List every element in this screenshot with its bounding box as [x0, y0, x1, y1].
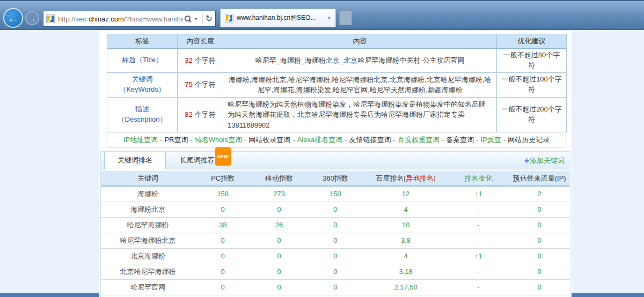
col-header-mobile-index: 移动指数 — [251, 171, 308, 186]
tab-favicon-icon — [225, 14, 233, 23]
value-cell: - — [448, 295, 509, 297]
keyword-cell: 哈尼罕天然海娜粉 — [101, 295, 195, 297]
value-cell: 0 — [509, 264, 570, 279]
keyword-cell: 北京海娜粉 — [101, 248, 195, 264]
back-button[interactable]: ← — [3, 8, 23, 28]
site-favicon-icon — [46, 14, 55, 23]
add-keyword-button[interactable]: +添加关键词 — [524, 152, 565, 169]
meta-content: 海娜粉,海娜粉北京,哈尼罕海娜粉,哈尼罕海娜粉北京,北京海娜粉,北京哈尼罕海娜粉… — [223, 72, 497, 97]
remote-rank-label: 异地排名 — [406, 174, 434, 182]
quick-link[interactable]: 备案查询 — [446, 136, 474, 144]
value-cell: ↑1 — [448, 186, 509, 202]
tab-title: www.hanihan.bj.cn的SEO... — [237, 13, 325, 23]
value-cell: 2,17,50 — [363, 279, 448, 295]
value-cell: 38 — [195, 217, 251, 233]
link-separator: - — [160, 136, 162, 144]
url-text[interactable]: http://seo.chinaz.com/?host=www.hanihan.… — [58, 15, 183, 23]
address-bar-divider — [202, 13, 203, 24]
quick-link[interactable]: 网站历史记录 — [508, 136, 550, 144]
browser-tab[interactable]: www.hanihan.bj.cn的SEO... × — [220, 9, 336, 27]
quick-link[interactable]: IP地址查询 — [123, 136, 158, 144]
keyword-cell: 哈尼罕海娜粉 — [101, 217, 195, 233]
value-cell: 0 — [308, 295, 364, 297]
value-cell: 0 — [251, 279, 308, 295]
table-row: 关键词 （KeyWords） 75个字符 海娜粉,海娜粉北京,哈尼罕海娜粉,哈尼… — [107, 72, 567, 97]
chevron-down-icon[interactable]: ▼ — [194, 17, 198, 21]
url-prefix: http://seo. — [58, 15, 89, 23]
value-cell: - — [448, 202, 509, 217]
table-row: 哈尼罕天然海娜粉0307-0 — [101, 295, 570, 297]
search-icon[interactable] — [184, 15, 192, 23]
value-cell: 0 — [308, 279, 364, 295]
table-row: 北京哈尼罕海娜粉0003,18-0 — [101, 264, 570, 279]
value-cell: 0 — [509, 248, 570, 264]
quick-link[interactable]: PR查询 — [164, 136, 188, 144]
value-cell: 273 — [251, 186, 308, 202]
value-cell: 0 — [509, 202, 570, 217]
quick-link[interactable]: IP反查 — [481, 136, 501, 144]
value-cell: 0 — [195, 295, 251, 297]
value-cell: - — [448, 264, 509, 279]
char-count: 32个字符 — [178, 49, 223, 73]
value-cell: 10 — [363, 217, 448, 233]
keyword-table-body: 海娜粉15827315012↑12海娜粉北京0004-0哈尼罕海娜粉382601… — [101, 186, 570, 297]
value-cell: 0 — [195, 279, 251, 295]
refresh-icon[interactable]: ↻ — [206, 14, 213, 23]
value-cell: 0 — [308, 248, 364, 264]
value-cell: - — [448, 279, 509, 295]
value-cell: 0 — [509, 217, 570, 233]
value-cell: 0 — [251, 264, 308, 279]
table-row: 哈尼罕海娜粉3826010-0 — [101, 217, 570, 233]
address-bar[interactable]: http://seo.chinaz.com/?host=www.hanihan.… — [43, 11, 216, 27]
char-count: 75个字符 — [178, 72, 223, 97]
plus-icon: + — [524, 156, 529, 165]
value-cell: 0 — [308, 264, 364, 279]
value-cell: 0 — [509, 279, 570, 295]
col-header-label: 标签 — [107, 34, 178, 49]
value-cell: 0 — [308, 233, 364, 248]
quick-link[interactable]: 友情链接查询 — [349, 136, 391, 144]
value-cell: 3,8 — [363, 233, 448, 248]
col-header-rank-change: 排名变化 — [448, 171, 509, 186]
meta-label-description-link[interactable]: 描述 （Description） — [118, 105, 166, 125]
quick-link[interactable]: 域名Whois查询 — [195, 136, 242, 144]
table-header-row: 关键词 PC指数 移动指数 360指数 百度排名[异地排名] 排名变化 预估带来… — [101, 171, 570, 186]
tab-longtail-suggest[interactable]: 长尾词推荐NEW — [168, 152, 226, 169]
keyword-cell: 哈尼罕官网 — [101, 279, 195, 295]
value-cell: 0 — [308, 202, 364, 217]
quick-link[interactable]: 百度权重查询 — [398, 136, 440, 144]
value-cell: 0 — [195, 202, 251, 217]
webpage: 标签 内容长度 内容 优化建议 标题（Title） — [0, 31, 644, 297]
quick-link[interactable]: Alexa排名查询 — [297, 136, 343, 144]
col-header-length: 内容长度 — [178, 34, 223, 49]
table-row: 北京海娜粉0004↑10 — [101, 248, 570, 264]
new-tab-button[interactable] — [339, 10, 352, 25]
value-cell: 26 — [251, 217, 308, 233]
col-header-360-index: 360指数 — [308, 171, 364, 186]
col-header-keyword: 关键词 — [101, 171, 195, 186]
browser-chrome: ← → http://seo.chinaz.com/?host=www.hani… — [0, 0, 644, 30]
value-cell: 0 — [251, 202, 308, 217]
meta-suggestion: 一般不超过200个字符 — [497, 97, 567, 132]
link-separator: - — [345, 136, 347, 144]
quick-link[interactable]: 网站收录查询 — [248, 136, 290, 144]
char-count: 82个字符 — [178, 97, 223, 132]
tab-bar: 关键词排名 长尾词推荐NEW +添加关键词 — [101, 152, 570, 169]
value-cell: 4 — [363, 248, 448, 264]
seo-meta-table: 标签 内容长度 内容 优化建议 标题（Title） — [107, 34, 567, 132]
link-separator: - — [244, 136, 246, 144]
table-row: 哈尼罕官网0002,17,50-0 — [101, 279, 570, 295]
table-row: 标题（Title） 32个字符 哈尼罕_海娜粉_海娜粉北京_北京哈尼罕海娜粉中关… — [107, 49, 567, 73]
forward-button[interactable]: → — [25, 11, 39, 25]
meta-label-title-link[interactable]: 标题（Title） — [122, 55, 163, 65]
new-badge: NEW — [215, 147, 231, 166]
tab-keyword-rank[interactable]: 关键词排名 — [104, 152, 166, 169]
meta-content: 哈尼罕_海娜粉_海娜粉北京_北京哈尼罕海娜粉中关村·公主坟店官网 — [223, 49, 497, 73]
meta-suggestion: 一般不超过100个字符 — [497, 72, 567, 97]
keyword-cell: 海娜粉北京 — [101, 202, 195, 217]
value-cell: 0 — [195, 248, 251, 264]
meta-label-keywords-link[interactable]: 关键词 （KeyWords） — [119, 75, 165, 95]
value-cell: 4 — [363, 202, 448, 217]
tab-close-icon[interactable]: × — [327, 14, 331, 22]
link-separator: - — [292, 136, 295, 144]
